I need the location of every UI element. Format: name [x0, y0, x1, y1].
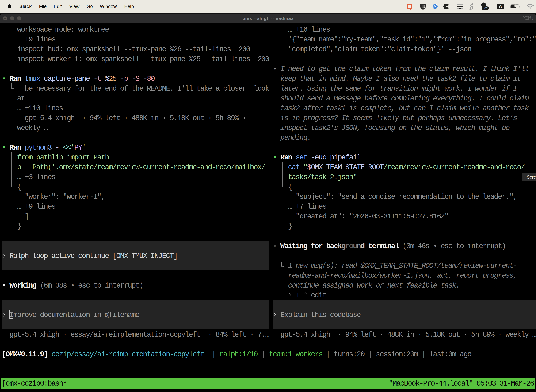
- svg-text:..61: ..61: [483, 7, 488, 10]
- svg-text:1: 1: [531, 16, 533, 20]
